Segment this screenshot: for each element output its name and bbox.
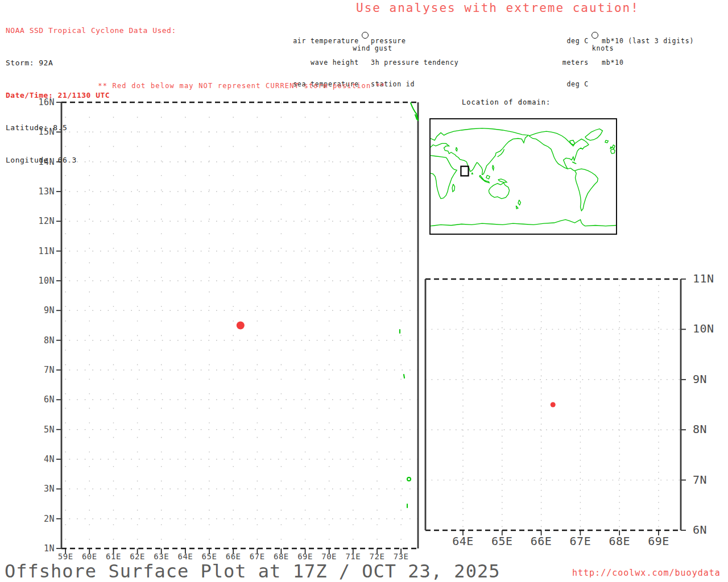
main-plot [55,95,425,555]
main-plot-y-tick-label: 13N [30,186,55,197]
main-plot-y-tick-label: 16N [30,97,55,107]
main-plot-x-tick-label: 59E [53,552,78,561]
main-plot-y-tick-label: 14N [30,157,55,167]
station-legend-left-column: air temperature wave height sea temperat… [287,23,359,102]
main-plot-y-tick-label: 6N [30,394,55,405]
main-plot-y-tick-label: 3N [30,484,55,494]
legend-wave-height: wave height [287,59,359,66]
storm-position-dot [551,402,556,408]
noaa-data-line: NOAA SSD Tropical Cyclone Data Used: [6,25,176,36]
main-plot-x-tick-label: 63E [149,552,174,561]
station-circle-icon [592,32,598,39]
legend-air-temperature: air temperature [287,38,359,45]
unit-deg-c-sea: deg C [535,81,589,88]
caution-headline: Use analyses with extreme caution! [356,1,639,15]
zoom-plot-y-tick-label: 10N [693,322,727,335]
unit-knots: knots [586,45,620,52]
zoom-plot-y-tick-label: 9N [693,372,727,386]
zoom-plot-x-tick-label: 65E [485,534,519,548]
buoy-plot-page: NOAA SSD Tropical Cyclone Data Used: Sto… [0,0,728,582]
zoom-plot-y-tick-label: 8N [693,422,727,436]
main-plot-x-tick-label: 70E [317,552,342,561]
main-plot-x-tick-label: 68E [268,552,293,561]
world-map [429,118,617,235]
main-plot-y-tick-label: 5N [30,425,55,435]
domain-location-box [461,167,468,176]
main-plot-x-tick-label: 60E [77,552,102,561]
main-plot-y-tick-label: 4N [30,454,55,464]
main-plot-y-tick-label: 2N [30,514,55,524]
unit-mb10: mb*10 [602,59,704,66]
main-plot-x-tick-label: 64E [173,552,198,561]
main-plot-x-tick-label: 72E [365,552,390,561]
zoom-plot-x-tick-label: 67E [563,534,597,548]
main-plot-x-tick-label: 67E [245,552,270,561]
main-plot-x-tick-label: 65E [197,552,222,561]
unit-deg-c-air: deg C [535,38,589,45]
world-coastlines [431,128,616,226]
main-plot-y-tick-label: 9N [30,305,55,315]
unit-meters: meters [535,59,589,66]
zoom-plot-x-tick-label: 64E [446,534,480,548]
storm-position-warning: ** Red dot below may NOT represent CURRE… [97,82,387,90]
zoom-plot-y-tick-label: 7N [693,473,727,487]
zoom-plot [419,272,694,539]
main-plot-y-tick-label: 11N [30,246,55,256]
storm-id-line: Storm: 92A [6,57,176,68]
main-plot-y-tick-label: 10N [30,276,55,286]
zoom-plot-y-tick-label: 11N [693,272,727,285]
domain-map-title: Location of domain: [462,98,551,106]
main-plot-y-tick-label: 7N [30,365,55,375]
source-url[interactable]: http://coolwx.com/buoydata [572,568,721,578]
zoom-plot-y-tick-label: 6N [693,523,727,537]
station-legend-right-column: pressure 3h pressure tendency station id [371,23,468,102]
main-plot-x-tick-label: 61E [101,552,126,561]
main-plot-x-tick-label: 73E [388,552,413,561]
main-plot-x-tick-label: 66E [221,552,246,561]
storm-position-dot [237,322,245,330]
units-legend-left-column: deg C meters deg C [535,23,589,102]
zoom-plot-x-tick-label: 66E [524,534,559,548]
main-plot-x-tick-label: 71E [341,552,366,561]
island-outline [407,477,411,481]
legend-pressure-tendency: 3h pressure tendency [371,59,468,66]
main-plot-x-tick-label: 62E [125,552,150,561]
legend-pressure: pressure [371,38,468,45]
main-plot-y-tick-label: 1N [30,543,55,554]
main-plot-y-tick-label: 8N [30,335,55,346]
legend-wind-gust: wind gust [347,45,398,52]
main-plot-x-tick-label: 69E [293,552,318,561]
unit-mb10-last3: mb*10 (last 3 digits) [602,38,704,45]
plot-title: Offshore Surface Plot at 17Z / OCT 23, 2… [5,560,500,582]
main-plot-y-tick-label: 15N [30,127,55,137]
zoom-plot-x-tick-label: 68E [602,534,636,548]
station-circle-icon [362,32,369,39]
main-plot-y-tick-label: 12N [30,216,55,226]
zoom-plot-x-tick-label: 69E [642,534,676,548]
india-coastline-fragment [400,103,418,508]
